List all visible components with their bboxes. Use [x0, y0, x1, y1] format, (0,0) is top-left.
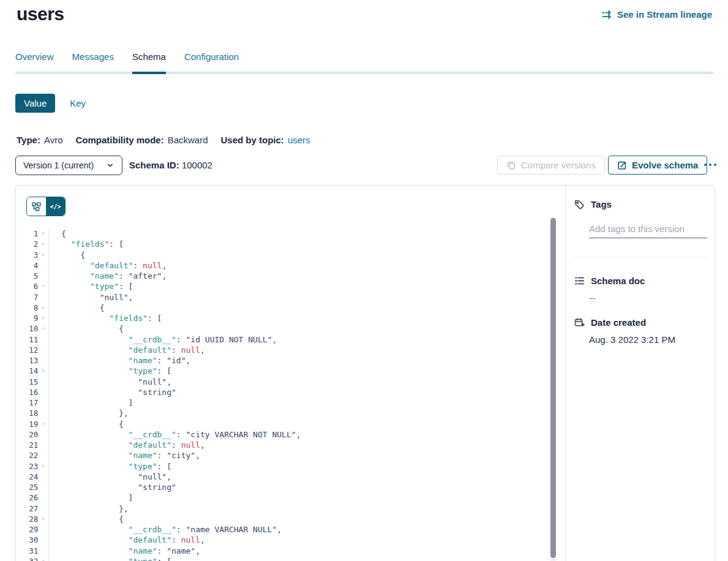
key-toggle-button[interactable]: Key [70, 98, 86, 108]
code-text: "string" [49, 482, 176, 492]
code-token: , [200, 345, 205, 355]
code-token: "name" [129, 546, 157, 555]
code-token: , [195, 546, 200, 555]
date-created-value: Aug. 3 2022 3:21 PM [589, 334, 675, 345]
code-token: : [171, 535, 181, 544]
code-token: "name" [90, 271, 119, 280]
editor-gutter: 28▾ [16, 514, 49, 524]
code-token: : [ [148, 314, 162, 323]
line-number: 11 [16, 334, 38, 345]
code-token: "null" [138, 472, 167, 481]
fold-toggle-icon [38, 482, 48, 492]
code-text: "null", [49, 472, 171, 482]
topic-link[interactable]: users [288, 135, 310, 145]
tab-messages[interactable]: Messages [72, 51, 114, 74]
value-toggle-button[interactable]: Value [15, 94, 55, 113]
code-token: "null" [138, 377, 167, 386]
fold-toggle-icon[interactable]: ▾ [38, 366, 48, 376]
schema-doc-title: Schema doc [591, 276, 645, 286]
more-options-button[interactable] [702, 161, 719, 168]
editor-gutter: 32▾ [16, 556, 49, 561]
schema-id: Schema ID: 100002 [129, 160, 212, 170]
tree-view-icon [32, 202, 41, 211]
fold-toggle-icon[interactable]: ▾ [38, 556, 48, 561]
tag-icon [574, 199, 585, 209]
editor-gutter: 21 [16, 440, 49, 450]
fold-toggle-icon[interactable]: ▾ [38, 303, 48, 313]
fold-toggle-icon[interactable]: ▾ [38, 313, 48, 323]
editor-gutter: 9▾ [16, 313, 49, 323]
compare-versions-button[interactable]: Compare versions [497, 156, 605, 175]
code-token: , [277, 525, 282, 534]
code-token: : [176, 430, 186, 439]
tab-configuration[interactable]: Configuration [184, 51, 239, 74]
page-title: users [17, 4, 64, 24]
code-token: : [171, 440, 181, 450]
editor-gutter: 7 [16, 292, 49, 303]
line-number: 17 [16, 397, 38, 408]
fold-toggle-icon [38, 440, 48, 450]
fold-toggle-icon[interactable]: ▾ [38, 239, 48, 249]
tree-view-button[interactable] [27, 197, 46, 216]
code-line: 4 "default": null, [16, 260, 550, 271]
fold-toggle-icon [38, 408, 48, 418]
code-text: { [49, 303, 104, 313]
code-token: null [181, 535, 200, 544]
see-in-stream-lineage-link[interactable]: See in Stream lineage [602, 9, 712, 20]
code-line: 18 }, [16, 408, 550, 418]
editor-gutter: 18 [16, 408, 49, 418]
fold-toggle-icon [38, 472, 48, 482]
code-text: ] [49, 492, 133, 503]
fold-toggle-icon [38, 260, 48, 271]
code-text: "__crdb__": "city VARCHAR NOT NULL", [49, 429, 301, 440]
line-number: 14 [16, 366, 38, 376]
code-text: "name": "id", [49, 355, 190, 366]
code-token: "default" [129, 535, 171, 544]
code-token: "string" [138, 388, 176, 397]
tab-overview[interactable]: Overview [15, 51, 54, 74]
fold-toggle-icon[interactable]: ▾ [38, 323, 48, 334]
fold-toggle-icon[interactable]: ▾ [38, 228, 48, 239]
line-number: 3 [16, 250, 38, 260]
fold-toggle-icon[interactable]: ▾ [38, 250, 48, 260]
code-text: "default": null, [49, 535, 205, 545]
code-token: "fields" [71, 239, 110, 249]
date-created-section-header: Date created [574, 317, 646, 328]
fold-toggle-icon[interactable]: ▾ [38, 514, 48, 524]
evolve-schema-button[interactable]: Evolve schema [608, 156, 707, 175]
schema-editor-pane: </> 1▾{2▾ "fields": [3▾ {4 "default": nu… [16, 186, 565, 561]
code-text: "__crdb__": "id UUID NOT NULL", [49, 334, 277, 345]
code-line: 21 "default": null, [16, 440, 550, 450]
tags-title: Tags [591, 199, 612, 209]
code-line: 23▾ "type": [ [16, 461, 550, 472]
fold-toggle-icon[interactable]: ▾ [38, 281, 48, 292]
stream-lineage-icon [602, 10, 613, 20]
editor-gutter: 23▾ [16, 461, 49, 472]
fold-toggle-icon [38, 492, 48, 503]
code-token: : [157, 546, 167, 555]
add-tags-input[interactable] [589, 220, 707, 238]
line-number: 4 [16, 260, 38, 271]
code-line: 10▾ { [16, 323, 550, 334]
line-number: 30 [16, 535, 38, 545]
code-token: { [80, 250, 85, 260]
line-number: 29 [16, 524, 38, 535]
chevron-down-icon [106, 161, 114, 170]
schema-details-sidebar: Tags Schema doc -- Date created [565, 186, 715, 561]
code-view-button[interactable]: </> [46, 197, 65, 216]
editor-scrollbar-thumb[interactable] [550, 218, 556, 558]
code-line: 31 "name": "name", [16, 546, 550, 556]
line-number: 5 [16, 271, 38, 281]
code-token: , [129, 293, 133, 302]
code-text: { [49, 323, 124, 334]
line-number: 19 [16, 419, 38, 429]
tab-schema[interactable]: Schema [132, 51, 166, 74]
fold-toggle-icon [38, 334, 48, 345]
fold-toggle-icon[interactable]: ▾ [38, 461, 48, 472]
version-select[interactable]: Version 1 (current) [15, 156, 122, 175]
schema-code-editor[interactable]: 1▾{2▾ "fields": [3▾ {4 "default": null,5… [16, 228, 550, 561]
code-token: "city" [167, 451, 195, 460]
fold-toggle-icon[interactable]: ▾ [38, 419, 48, 429]
code-view-icon: </> [50, 203, 61, 210]
code-line: 9▾ "fields": [ [16, 313, 550, 323]
